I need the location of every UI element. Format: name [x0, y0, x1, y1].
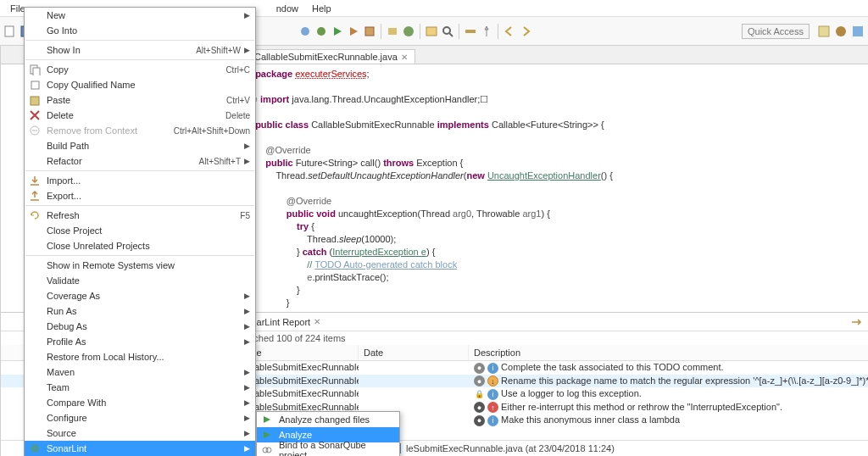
menu-item-restore-from-local-history[interactable]: Restore from Local History... [25, 349, 255, 364]
menu-item-maven[interactable]: Maven▶ [25, 364, 255, 380]
svg-line-13 [449, 33, 453, 36]
svg-point-29 [266, 448, 271, 453]
menu-item-close-project[interactable]: Close Project [25, 223, 255, 238]
svg-point-5 [317, 27, 326, 36]
editor-tab[interactable]: CallableSubmitExecRunnable.java ✕ [233, 49, 415, 64]
copy-icon [29, 64, 41, 75]
menu-separator [25, 59, 254, 60]
svg-marker-7 [350, 27, 358, 36]
copy-qual-icon [29, 79, 41, 91]
severity-icon: ● [474, 375, 485, 386]
menu-item-build-path[interactable]: Build Path▶ [25, 138, 255, 153]
info-icon: i [487, 415, 498, 426]
svg-rect-0 [5, 26, 14, 36]
run-icon[interactable] [331, 25, 344, 38]
menu-item-export[interactable]: Export... [25, 188, 255, 203]
forward-icon[interactable] [519, 25, 532, 38]
separator [420, 24, 420, 39]
menu-item-close-unrelated-projects[interactable]: Close Unrelated Projects [25, 238, 255, 253]
svg-rect-22 [31, 81, 39, 89]
open-type-icon[interactable] [425, 25, 438, 38]
severity-icon: ● [474, 415, 485, 426]
svg-marker-27 [264, 431, 270, 438]
delete-icon [29, 109, 41, 121]
menu-item-refresh[interactable]: RefreshF5 [25, 208, 255, 223]
menu-item-delete[interactable]: DeleteDelete [25, 108, 255, 123]
perspective-debug-icon[interactable] [851, 25, 865, 38]
col-description[interactable]: Description [469, 345, 868, 360]
run-last-icon[interactable] [363, 25, 376, 38]
menu-item-debug-as[interactable]: Debug As▶ [25, 319, 255, 334]
toggle-breadcrumb-icon[interactable] [464, 25, 477, 38]
debug-icon[interactable] [314, 25, 328, 38]
svg-point-25 [31, 444, 39, 453]
analyze-icon [261, 414, 273, 425]
menu-item-copy-qualified-name[interactable]: Copy Qualified Name [25, 77, 255, 92]
submenu-item-analyze-changed-files[interactable]: Analyze changed files [257, 412, 399, 427]
lock-icon: 🔒 [474, 389, 485, 400]
menu-item-configure[interactable]: Configure▶ [25, 410, 255, 425]
menu-item-refactor[interactable]: RefactorAlt+Shift+T▶ [25, 153, 255, 169]
svg-rect-15 [819, 26, 829, 36]
svg-rect-8 [365, 27, 374, 36]
menu-item-paste[interactable]: PasteCtrl+V [25, 92, 255, 108]
svg-point-16 [836, 26, 846, 36]
menu-separator [25, 255, 254, 256]
menu-item-team[interactable]: Team▶ [25, 380, 255, 395]
new-icon[interactable] [3, 25, 17, 38]
menu-item-import[interactable]: Import... [25, 173, 255, 188]
editor-tab-label: CallableSubmitExecRunnable.java [254, 52, 398, 62]
svg-rect-23 [31, 97, 39, 105]
menu-item-show-in-remote-systems-view[interactable]: Show in Remote Systems view [25, 258, 255, 273]
submenu-item-bind-to-a-sonarqube-project[interactable]: Bind to a SonarQube project... [257, 442, 399, 456]
menu-separator [25, 170, 254, 171]
quick-access-input[interactable]: Quick Access [742, 24, 810, 39]
export-icon [29, 190, 41, 202]
coverage-icon[interactable] [347, 25, 360, 38]
menu-window[interactable]: ndow [270, 2, 305, 15]
menu-item-source[interactable]: Source▶ [25, 425, 255, 441]
menu-separator [25, 205, 254, 206]
import-icon [29, 175, 41, 186]
pin-icon[interactable] [480, 25, 493, 38]
code-editor[interactable]: package executerServices; ⊕ import java.… [243, 64, 868, 312]
menu-help[interactable]: Help [305, 2, 338, 15]
menu-item-sonarlint[interactable]: SonarLint▶ [25, 441, 255, 456]
sonarlint-icon [29, 442, 41, 454]
close-icon[interactable]: ✕ [401, 53, 408, 62]
menu-separator [25, 40, 254, 41]
svg-point-10 [403, 26, 414, 36]
bind-icon [261, 444, 273, 456]
svg-rect-17 [853, 26, 863, 36]
menu-item-profile-as[interactable]: Profile As▶ [25, 334, 255, 349]
skip-breakpoints-icon[interactable] [298, 25, 312, 38]
menu-item-coverage-as[interactable]: Coverage As▶ [25, 288, 255, 303]
paste-icon [29, 94, 41, 106]
menu-item-new[interactable]: New▶ [25, 8, 255, 23]
perspective-javaee-icon[interactable] [834, 25, 848, 38]
svg-rect-14 [465, 30, 476, 33]
menu-item-validate[interactable]: Validate [25, 273, 255, 288]
menu-item-go-into[interactable]: Go Into [25, 23, 255, 38]
svg-rect-9 [388, 28, 397, 35]
link-editor-icon[interactable] [850, 316, 862, 328]
severity-icon: ● [474, 402, 485, 413]
new-package-icon[interactable] [386, 25, 399, 38]
new-class-icon[interactable] [402, 25, 415, 38]
perspective-java-icon[interactable] [817, 25, 831, 38]
svg-rect-11 [426, 27, 437, 36]
col-date[interactable]: Date [359, 345, 469, 360]
search-icon[interactable] [441, 25, 454, 38]
close-icon[interactable]: ✕ [314, 317, 320, 326]
menu-item-show-in[interactable]: Show InAlt+Shift+W▶ [25, 42, 255, 58]
back-icon[interactable] [503, 25, 516, 38]
separator [459, 24, 459, 39]
context-menu: New▶Go IntoShow InAlt+Shift+W▶CopyCtrl+C… [24, 7, 256, 456]
sonarlint-submenu: Analyze changed filesAnalyzeBind to a So… [256, 411, 400, 456]
svg-marker-6 [334, 27, 342, 36]
menu-item-copy[interactable]: CopyCtrl+C [25, 62, 255, 77]
menu-item-compare-with[interactable]: Compare With▶ [25, 395, 255, 410]
svg-rect-21 [33, 68, 40, 75]
menu-item-run-as[interactable]: Run As▶ [25, 303, 255, 319]
info-icon: i [487, 363, 498, 374]
